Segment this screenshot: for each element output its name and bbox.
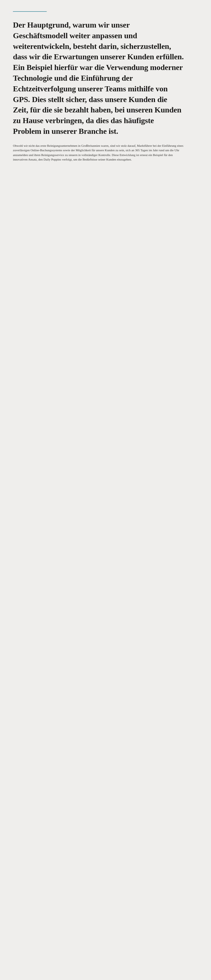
secondary-paragraph: Obwohl wir nicht das erste Reinigungsunt… <box>13 143 184 162</box>
page-container: Der Hauptgrund, warum wir unser Geschäft… <box>0 0 211 980</box>
main-paragraph: Der Hauptgrund, warum wir unser Geschäft… <box>13 20 184 137</box>
top-divider <box>13 11 47 12</box>
